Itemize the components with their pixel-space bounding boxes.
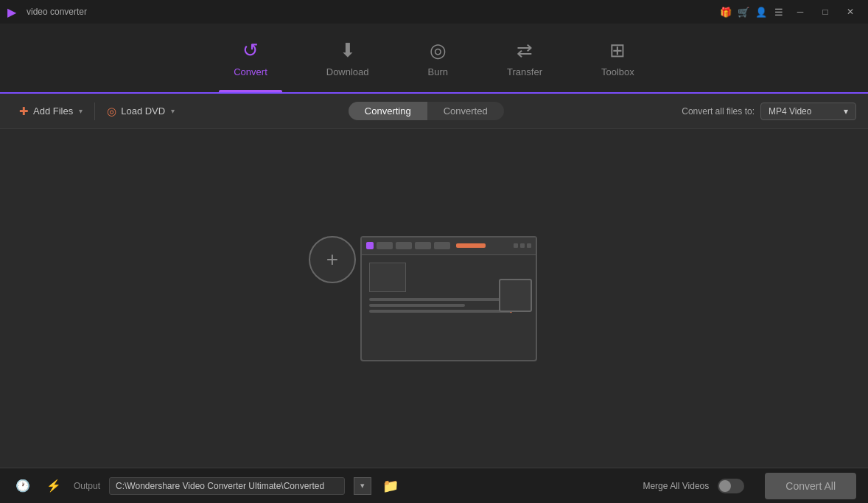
browser-thumbnail [369,263,406,292]
title-bar-right: 🎁 🛒 👤 ☰ ─ □ ✕ [719,4,861,19]
download-icon: ⬇ [340,39,356,62]
minimize-button[interactable]: ─ [790,4,811,19]
nav-item-toolbox[interactable]: ⊞ Toolbox [587,33,649,83]
nav-label-toolbox: Toolbox [601,66,634,77]
menu-icon[interactable]: ☰ [772,5,785,18]
drop-area[interactable]: + ↖ [331,236,537,361]
tab-converting[interactable]: Converting [349,102,427,120]
browser-controls [514,243,531,248]
output-label: Output [74,481,100,491]
user-icon[interactable]: 👤 [755,5,768,18]
browser-line-2 [369,304,465,307]
nav-item-burn[interactable]: ◎ Burn [413,33,463,83]
browser-body: ↖ [362,255,536,323]
output-path-field[interactable]: C:\Wondershare Video Converter Ultimate\… [109,477,345,495]
browser-tab-4 [434,242,450,249]
output-path-dropdown[interactable]: ▾ [354,477,371,495]
title-bar-left: ▶ video converter [7,5,87,18]
nav-item-download[interactable]: ⬇ Download [312,33,384,83]
add-files-button[interactable]: ✚ Add Files ▾ [12,100,90,122]
toolbox-icon: ⊞ [609,39,626,62]
format-dropdown-arrow: ▾ [844,106,848,117]
nav-label-download: Download [326,66,369,77]
add-files-label: Add Files [33,105,73,117]
load-dvd-icon: ◎ [107,105,116,118]
nav-item-convert[interactable]: ↺ Convert [219,33,282,83]
tab-converted[interactable]: Converted [427,102,504,120]
app-logo: ▶ [7,5,21,18]
title-bar: ▶ video converter 🎁 🛒 👤 ☰ ─ □ ✕ [0,0,868,24]
close-button[interactable]: ✕ [840,4,861,19]
maximize-button[interactable]: □ [815,4,836,19]
history-button[interactable]: 🕐 [12,475,34,497]
browser-dot-purple [366,242,374,249]
browser-ctrl-1 [514,243,518,248]
convert-all-files-label: Convert all files to: [682,106,755,117]
nav-label-burn: Burn [428,66,448,77]
burn-icon: ◎ [430,39,447,62]
drag-file-front [499,279,532,312]
add-files-circle-button[interactable]: + [309,236,356,283]
format-dropdown[interactable]: MP4 Video ▾ [760,103,856,120]
transfer-icon: ⇄ [517,39,533,62]
bottom-bar: 🕐 ⚡ Output C:\Wondershare Video Converte… [0,468,868,503]
toolbar: ✚ Add Files ▾ ◎ Load DVD ▾ Converting Co… [0,94,868,129]
add-files-arrow: ▾ [79,107,83,115]
convert-all-row: Convert all files to: MP4 Video ▾ [682,103,856,120]
browser-line-1 [369,298,512,301]
boost-button[interactable]: ⚡ [43,475,65,497]
convert-icon: ↺ [242,39,259,62]
merge-all-label: Merge All Videos [643,481,709,491]
load-dvd-button[interactable]: ◎ Load DVD ▾ [99,100,182,122]
merge-toggle[interactable] [718,479,744,493]
toggle-knob [719,480,731,492]
browser-address-bar [456,243,486,248]
browser-tab-3 [415,242,431,249]
load-dvd-arrow: ▾ [171,107,175,115]
nav-label-transfer: Transfer [507,66,542,77]
toolbar-separator-1 [94,103,95,120]
browser-line-3 [369,310,512,313]
browser-tab-2 [396,242,412,249]
nav-item-transfer[interactable]: ⇄ Transfer [492,33,557,83]
cart-icon[interactable]: 🛒 [737,5,750,18]
gift-icon[interactable]: 🎁 [719,5,732,18]
browser-titlebar [362,237,536,255]
output-folder-button[interactable]: 📁 [380,476,401,496]
load-dvd-label: Load DVD [121,105,165,117]
convert-all-button[interactable]: Convert All [765,473,856,499]
format-selected-label: MP4 Video [769,106,811,117]
browser-ctrl-3 [527,243,531,248]
main-content: + ↖ [0,129,868,468]
nav-label-convert: Convert [234,66,267,77]
tabs-row: Converting Converted [349,102,504,120]
drop-illustration: ↖ [360,236,537,361]
add-files-icon: ✚ [19,105,29,118]
browser-tab-1 [377,242,393,249]
browser-ctrl-2 [520,243,525,248]
app-title: video converter [27,7,87,17]
nav-bar: ↺ Convert ⬇ Download ◎ Burn ⇄ Transfer ⊞… [0,24,868,94]
